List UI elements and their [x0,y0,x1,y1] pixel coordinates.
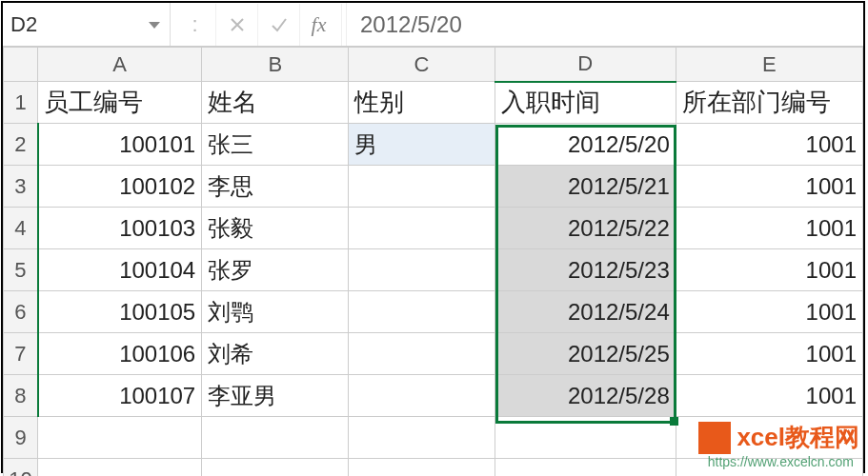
column-header-C[interactable]: C [349,48,495,82]
formula-bar-buttons: : fx [171,3,346,46]
row-header-8[interactable]: 8 [4,375,38,417]
worksheet-grid[interactable]: A B C D E 1 员工编号 姓名 性别 入职时间 所在部门编号 2 100… [3,47,863,476]
cell-C4[interactable] [349,208,495,249]
row-header-9[interactable]: 9 [4,417,38,459]
column-header-B[interactable]: B [202,48,349,82]
cell-A3[interactable]: 100102 [38,166,202,208]
cell-E3[interactable]: 1001 [676,166,862,208]
cell-B5[interactable]: 张罗 [202,249,349,291]
cell-C1[interactable]: 性别 [349,82,495,124]
cell-B8[interactable]: 李亚男 [202,375,349,417]
row-header-7[interactable]: 7 [4,333,38,375]
table-row: 2 100101 张三 男 2012/5/20 1001 [4,124,863,166]
cell-C9[interactable] [349,417,495,459]
fx-icon[interactable]: fx [300,4,342,46]
cell-C7[interactable] [349,333,495,375]
cell-C10[interactable] [349,459,495,477]
table-row: 8 100107 李亚男 2012/5/28 1001 [4,375,863,417]
table-row: 5 100104 张罗 2012/5/23 1001 [4,249,863,291]
row-header-10[interactable]: 10 [4,459,38,477]
cell-D1[interactable]: 入职时间 [495,82,676,124]
cell-A7[interactable]: 100106 [38,333,202,375]
cell-B3[interactable]: 李思 [202,166,349,208]
cell-A4[interactable]: 100103 [38,208,202,249]
row-header-1[interactable]: 1 [4,82,38,124]
row-header-4[interactable]: 4 [4,208,38,249]
cell-C3[interactable] [349,166,495,208]
cell-A8[interactable]: 100107 [38,375,202,417]
cell-D9[interactable] [495,417,676,459]
cell-B2[interactable]: 张三 [202,124,349,166]
row-header-6[interactable]: 6 [4,291,38,333]
watermark-url: https://www.excelcn.com [708,454,854,469]
row-header-3[interactable]: 3 [4,166,38,208]
cell-C5[interactable] [349,249,495,291]
cell-D3[interactable]: 2012/5/21 [495,166,676,208]
cell-D10[interactable] [495,459,676,477]
cell-E8[interactable]: 1001 [676,375,862,417]
cell-D5[interactable]: 2012/5/23 [495,249,676,291]
cell-D7[interactable]: 2012/5/25 [495,333,676,375]
table-row: 4 100103 张毅 2012/5/22 1001 [4,208,863,249]
column-header-E[interactable]: E [676,48,862,82]
table-row: 6 100105 刘鹗 2012/5/24 1001 [4,291,863,333]
table-row: 3 100102 李思 2012/5/21 1001 [4,166,863,208]
row-header-2[interactable]: 2 [4,124,38,166]
select-all-corner[interactable] [4,48,38,82]
enter-icon[interactable] [258,4,300,46]
logo-square-icon [698,422,731,454]
name-box-value: D2 [10,12,162,37]
cell-B4[interactable]: 张毅 [202,208,349,249]
watermark-logo: xcel教程网 [698,421,859,454]
cell-D8[interactable]: 2012/5/28 [495,375,676,417]
formula-bar: D2 : fx 2012/5/20 [3,3,863,47]
cell-E5[interactable]: 1001 [676,249,862,291]
table-row: 1 员工编号 姓名 性别 入职时间 所在部门编号 [4,82,863,124]
row-header-5[interactable]: 5 [4,249,38,291]
formula-input[interactable]: 2012/5/20 [346,3,863,46]
cell-B1[interactable]: 姓名 [202,82,349,124]
cell-B7[interactable]: 刘希 [202,333,349,375]
cell-A9[interactable] [38,417,202,459]
cell-D4[interactable]: 2012/5/22 [495,208,676,249]
cell-A1[interactable]: 员工编号 [38,82,202,124]
column-header-D[interactable]: D [495,48,676,82]
cell-A5[interactable]: 100104 [38,249,202,291]
cell-C8[interactable] [349,375,495,417]
cell-E1[interactable]: 所在部门编号 [676,82,862,124]
cell-C2[interactable]: 男 [349,124,495,166]
cell-D2[interactable]: 2012/5/20 [495,124,676,166]
cell-E6[interactable]: 1001 [676,291,862,333]
table-row: 7 100106 刘希 2012/5/25 1001 [4,333,863,375]
watermark-brand: xcel教程网 [737,421,859,454]
name-box[interactable]: D2 [3,3,171,46]
cell-C6[interactable] [349,291,495,333]
cell-D6[interactable]: 2012/5/24 [495,291,676,333]
cell-E4[interactable]: 1001 [676,208,862,249]
cancel-icon[interactable] [216,4,258,46]
cell-A2[interactable]: 100101 [38,124,202,166]
cell-A10[interactable] [38,459,202,477]
cell-B10[interactable] [202,459,349,477]
cell-E7[interactable]: 1001 [676,333,862,375]
formula-value: 2012/5/20 [360,11,462,38]
cell-A6[interactable]: 100105 [38,291,202,333]
column-header-A[interactable]: A [38,48,202,82]
dropdown-arrow-icon[interactable] [149,22,160,29]
column-header-row: A B C D E [4,48,863,82]
colon-separator-icon: : [174,4,216,46]
cell-B6[interactable]: 刘鹗 [202,291,349,333]
cell-B9[interactable] [202,417,349,459]
cell-E2[interactable]: 1001 [676,124,862,166]
